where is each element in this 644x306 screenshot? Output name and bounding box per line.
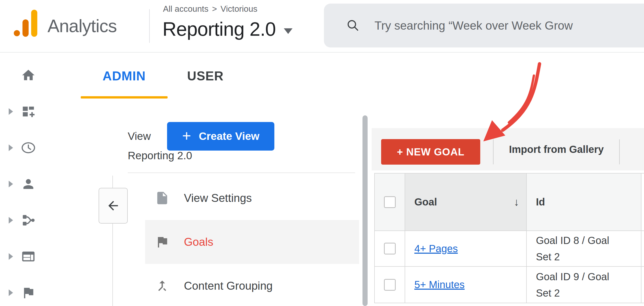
home-icon [21, 68, 36, 83]
behavior-icon [21, 249, 36, 264]
product-wordmark: Analytics [48, 16, 117, 36]
logo-dot [14, 30, 20, 36]
id-column-label: Id [536, 196, 545, 208]
plus-icon: + [182, 127, 191, 144]
tab-user[interactable]: USER [168, 61, 243, 91]
conversions-flag-icon [21, 285, 36, 300]
menu-item-label: View Settings [184, 192, 252, 204]
import-from-gallery-button[interactable]: Import from Gallery [494, 128, 619, 170]
table-row: 4+ Pages Goal ID 8 / Goal Set 2 [374, 231, 644, 267]
sidebar-item-customization[interactable] [0, 100, 61, 123]
breadcrumb: All accounts > Victorious [163, 4, 257, 14]
search-input[interactable] [374, 18, 644, 33]
table-header-row: Goal ↓ Id [374, 173, 644, 231]
goal-column-label: Goal [414, 196, 437, 208]
logo-bar-tall [31, 10, 37, 37]
goal-cell: 5+ Minutes [405, 267, 527, 303]
chevron-down-icon [284, 28, 292, 34]
sidebar-item-audience[interactable] [0, 173, 61, 195]
arrow-left-icon [106, 199, 120, 213]
breadcrumb-separator-icon: > [212, 4, 217, 14]
goal-cell: 4+ Pages [405, 231, 527, 266]
active-tab-underline [81, 96, 168, 99]
view-header-row: View + Create View [128, 122, 274, 151]
select-all-cell [374, 174, 405, 230]
goal-id-cell: Goal ID 8 / Goal Set 2 [527, 231, 641, 266]
view-column-label: View [128, 130, 151, 142]
logo-bar-medium [22, 19, 29, 37]
sidebar-item-home[interactable] [0, 64, 61, 87]
menu-item-goals[interactable]: Goals [145, 220, 359, 264]
content-grouping-merge-icon [155, 278, 170, 293]
audience-person-icon [21, 177, 36, 191]
sidebar-item-acquisition[interactable] [0, 209, 61, 232]
goal-link[interactable]: 5+ Minutes [414, 279, 465, 290]
create-view-button[interactable]: + Create View [167, 122, 274, 151]
sidebar-item-conversions[interactable] [0, 281, 61, 304]
expand-arrow-icon[interactable] [9, 253, 13, 260]
expand-arrow-icon[interactable] [9, 289, 13, 296]
goal-column-header[interactable]: Goal ↓ [405, 174, 527, 230]
goal-id-cell: Goal ID 9 / Goal Set 2 [527, 267, 641, 303]
expand-arrow-icon[interactable] [9, 181, 13, 187]
menu-item-view-settings[interactable]: View Settings [145, 176, 359, 220]
header-divider [149, 9, 150, 43]
row-check-cell [374, 231, 405, 266]
id-column-header[interactable]: Id [527, 174, 641, 230]
collapse-back-button[interactable] [99, 188, 128, 224]
goals-flag-icon [155, 235, 170, 249]
sidebar-item-realtime[interactable] [0, 136, 61, 159]
menu-item-label: Goals [184, 236, 213, 248]
goals-table: Goal ↓ Id 4+ Pages Goal ID 8 / Goal Set … [374, 173, 644, 303]
row-check-cell [374, 267, 405, 303]
realtime-clock-icon [21, 140, 36, 155]
tab-admin[interactable]: ADMIN [81, 61, 168, 91]
goal-id-text: Goal ID 8 / Goal Set 2 [536, 232, 623, 265]
customization-icon [21, 104, 36, 119]
view-settings-file-icon [155, 191, 170, 205]
row-checkbox[interactable] [384, 279, 396, 291]
acquisition-branch-icon [21, 213, 36, 228]
panel-divider [128, 173, 355, 173]
nav-sidebar [0, 53, 61, 306]
expand-arrow-icon[interactable] [9, 144, 13, 151]
goals-toolbar: + NEW GOAL Import from Gallery [372, 128, 644, 170]
app-header: Analytics All accounts > Victorious Repo… [0, 0, 644, 53]
toolbar-divider [619, 139, 620, 164]
current-view-title: Reporting 2.0 [162, 18, 276, 40]
search-bar[interactable] [324, 4, 644, 47]
table-row: 5+ Minutes Goal ID 9 / Goal Set 2 [374, 267, 644, 303]
goal-link[interactable]: 4+ Pages [414, 243, 458, 254]
create-view-label: Create View [199, 130, 259, 142]
breadcrumb-account[interactable]: All accounts [163, 4, 208, 14]
select-all-checkbox[interactable] [384, 196, 396, 208]
menu-item-label: Content Grouping [184, 279, 273, 292]
row-checkbox[interactable] [384, 243, 396, 254]
expand-arrow-icon[interactable] [9, 217, 13, 224]
vertical-scrollbar[interactable] [362, 115, 368, 306]
view-switcher[interactable]: Reporting 2.0 [162, 18, 292, 40]
search-icon [346, 18, 360, 33]
analytics-admin-page: Analytics All accounts > Victorious Repo… [0, 0, 644, 306]
goal-id-text: Goal ID 9 / Goal Set 2 [536, 268, 623, 301]
expand-arrow-icon[interactable] [9, 108, 13, 115]
sort-descending-icon[interactable]: ↓ [514, 196, 519, 208]
current-view-name: Reporting 2.0 [128, 150, 192, 162]
new-goal-button[interactable]: + NEW GOAL [381, 139, 480, 165]
menu-item-content-grouping[interactable]: Content Grouping [145, 264, 359, 306]
breadcrumb-property[interactable]: Victorious [220, 4, 257, 14]
sidebar-item-behavior[interactable] [0, 245, 61, 268]
analytics-logo-icon [14, 9, 39, 37]
